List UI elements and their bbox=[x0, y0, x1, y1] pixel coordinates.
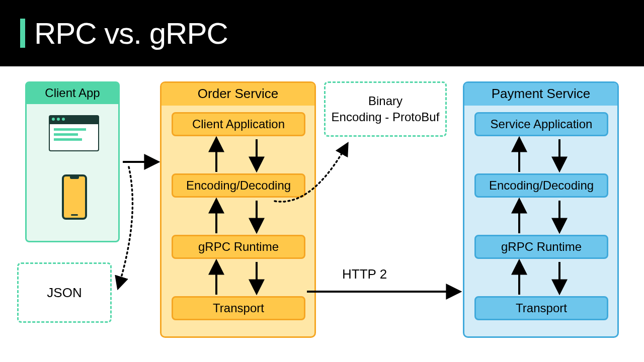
protobuf-line-1: Binary bbox=[368, 94, 403, 108]
order-layer-encode: Encoding/Decoding bbox=[172, 173, 305, 198]
client-app-title: Client App bbox=[27, 83, 118, 104]
order-layer-app: Client Application bbox=[172, 112, 305, 136]
protobuf-annotation: Binary Encoding - ProtoBuf bbox=[324, 81, 447, 137]
browser-icon bbox=[49, 115, 99, 151]
accent-bar bbox=[20, 19, 25, 48]
payment-layer-app: Service Application bbox=[474, 112, 608, 136]
order-layer-transport: Transport bbox=[172, 296, 305, 320]
payment-service-panel: Payment Service Service Application Enco… bbox=[463, 81, 619, 338]
phone-icon bbox=[62, 174, 87, 220]
payment-layer-runtime: gRPC Runtime bbox=[474, 235, 608, 259]
diagram-canvas: Client App JSON Order Service Client App… bbox=[0, 66, 644, 362]
order-service-panel: Order Service Client Application Encodin… bbox=[160, 81, 316, 338]
payment-service-title: Payment Service bbox=[464, 83, 617, 106]
payment-layer-encode: Encoding/Decoding bbox=[474, 173, 608, 198]
slide-header: RPC vs. gRPC bbox=[0, 0, 644, 66]
order-service-title: Order Service bbox=[162, 83, 314, 106]
json-annotation: JSON bbox=[17, 262, 112, 323]
protobuf-line-2: Encoding - ProtoBuf bbox=[332, 110, 440, 124]
slide-title: RPC vs. gRPC bbox=[34, 16, 228, 51]
order-layer-runtime: gRPC Runtime bbox=[172, 235, 305, 259]
http2-label: HTTP 2 bbox=[342, 266, 387, 282]
client-app-panel: Client App bbox=[25, 81, 120, 242]
payment-layer-transport: Transport bbox=[474, 296, 608, 320]
